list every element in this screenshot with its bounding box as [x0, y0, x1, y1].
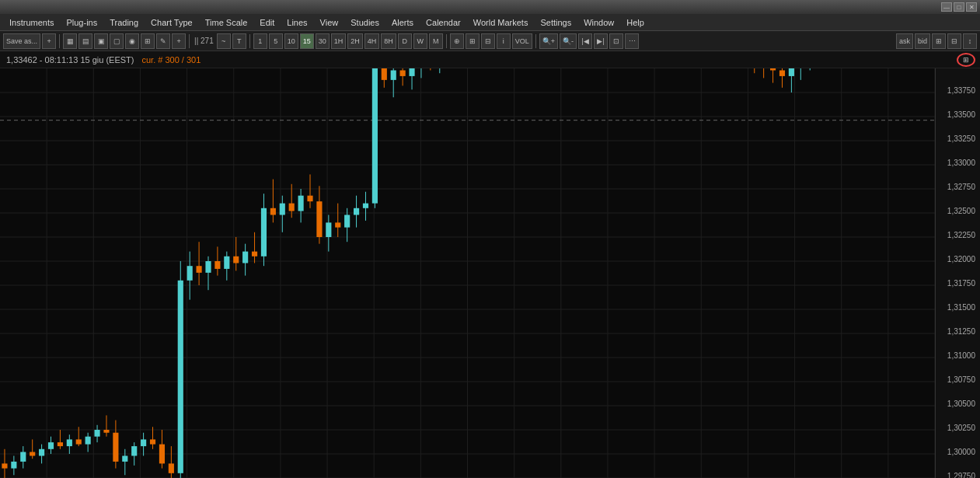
zoom-out[interactable]: ~: [217, 33, 231, 49]
extra-5[interactable]: ↕: [963, 33, 977, 49]
price-axis: 1,337501,335001,332501,330001,327501,325…: [935, 68, 980, 478]
menu-calendar[interactable]: Calendar: [420, 16, 467, 29]
chart-style-candle[interactable]: ▤: [78, 33, 92, 49]
tf-15[interactable]: 15: [300, 33, 314, 49]
extra-4[interactable]: ⊟: [947, 33, 961, 49]
price-label: 1,32750: [936, 183, 978, 191]
price-label: 1,30000: [936, 448, 978, 456]
svg-rect-113: [344, 215, 350, 227]
status-bar: 1,33462 - 08:11:13 15 giu (EEST) cur. # …: [0, 51, 980, 68]
tf-10[interactable]: 10: [284, 33, 298, 49]
minimize-button[interactable]: —: [941, 2, 952, 12]
svg-rect-61: [103, 430, 109, 433]
tf-d[interactable]: D: [398, 33, 412, 49]
menu-window[interactable]: Window: [577, 16, 620, 29]
chart-style-point[interactable]: ◉: [125, 33, 139, 49]
extra-2[interactable]: bid: [915, 33, 930, 49]
svg-rect-115: [354, 208, 359, 215]
vol-button[interactable]: VOL: [512, 33, 532, 49]
svg-rect-93: [252, 252, 257, 256]
price-label: 1,31250: [936, 328, 978, 336]
tf-1[interactable]: 1: [253, 33, 267, 49]
zoom-out-button[interactable]: 🔍-: [560, 33, 577, 49]
tf-8h[interactable]: 8H: [381, 33, 396, 49]
new-chart-button[interactable]: +: [42, 33, 56, 49]
svg-rect-209: [789, 68, 794, 76]
price-label: 1,33750: [936, 87, 978, 95]
menu-help[interactable]: Help: [620, 16, 650, 29]
separator-1: [59, 34, 60, 48]
svg-rect-65: [122, 455, 127, 461]
zoom-in-button[interactable]: 🔍+: [539, 33, 558, 49]
svg-rect-125: [400, 70, 406, 75]
extra-1[interactable]: ask: [896, 33, 913, 49]
svg-rect-51: [58, 442, 63, 446]
price-label: 1,29750: [936, 473, 978, 478]
cursor-tool[interactable]: +: [172, 33, 186, 49]
more-tools[interactable]: ⋯: [625, 33, 639, 49]
separator-2: [189, 34, 190, 48]
drawing-tool[interactable]: ✎: [156, 33, 170, 49]
maximize-button[interactable]: □: [954, 2, 964, 12]
svg-rect-105: [307, 196, 312, 201]
menu-edit[interactable]: Edit: [253, 16, 281, 29]
bar-count: cur. # 300 / 301: [142, 55, 201, 65]
chart-style-area[interactable]: ▢: [110, 33, 124, 49]
tf-5[interactable]: 5: [269, 33, 283, 49]
toolbar: Save as... + ▦ ▤ ▣ ▢ ◉ ⊞ ✎ + || 271 ~ T …: [0, 31, 980, 51]
svg-rect-111: [335, 222, 340, 227]
fit-button[interactable]: ⊡: [609, 33, 623, 49]
menu-instruments[interactable]: Instruments: [3, 16, 60, 29]
svg-rect-69: [141, 439, 146, 446]
menu-settings[interactable]: Settings: [534, 16, 577, 29]
tf-m[interactable]: M: [429, 33, 443, 49]
tf-4h[interactable]: 4H: [364, 33, 380, 49]
expand-button[interactable]: ⊞: [957, 53, 975, 67]
grid-button[interactable]: ⊟: [481, 33, 495, 49]
extra-3[interactable]: ⊞: [932, 33, 946, 49]
menu-world-markets[interactable]: World Markets: [467, 16, 535, 29]
menu-plugins[interactable]: Plug-ins: [60, 16, 103, 29]
svg-rect-39: [2, 463, 7, 468]
svg-rect-59: [94, 430, 99, 437]
crosshair-button[interactable]: ⊕: [450, 33, 464, 49]
menu-alerts[interactable]: Alerts: [385, 16, 420, 29]
svg-rect-117: [363, 204, 368, 208]
menu-chart-type[interactable]: Chart Type: [145, 16, 199, 29]
svg-rect-43: [20, 452, 26, 462]
menu-lines[interactable]: Lines: [281, 16, 313, 29]
info-button[interactable]: i: [497, 33, 511, 49]
svg-rect-109: [326, 222, 331, 237]
svg-rect-57: [85, 437, 91, 445]
svg-rect-127: [409, 68, 414, 76]
svg-rect-89: [233, 256, 239, 263]
menu-time-scale[interactable]: Time Scale: [199, 16, 254, 29]
svg-rect-73: [159, 445, 165, 464]
svg-rect-205: [770, 68, 776, 70]
chart-area[interactable]: 1,337501,335001,332501,330001,327501,325…: [0, 68, 980, 478]
close-button[interactable]: ✕: [966, 2, 977, 12]
chart-canvas[interactable]: [0, 68, 935, 478]
menu-view[interactable]: View: [314, 16, 345, 29]
tf-30[interactable]: 30: [316, 33, 330, 49]
indicator-T[interactable]: T: [232, 33, 246, 49]
separator-3: [249, 34, 250, 48]
chart-style-bar[interactable]: ▦: [63, 33, 77, 49]
magnet-button[interactable]: ⊞: [466, 33, 480, 49]
chart-style-line[interactable]: ▣: [94, 33, 108, 49]
separator-4: [446, 34, 447, 48]
menu-studies[interactable]: Studies: [344, 16, 385, 29]
tf-2h[interactable]: 2H: [347, 33, 363, 49]
price-label: 1,32000: [936, 256, 978, 263]
scroll-right[interactable]: ▶|: [594, 33, 608, 49]
svg-rect-75: [169, 463, 174, 473]
chart-style-hlc[interactable]: ⊞: [141, 33, 155, 49]
svg-rect-55: [76, 439, 82, 444]
tf-1h[interactable]: 1H: [331, 33, 347, 49]
scroll-left[interactable]: |◀: [578, 33, 592, 49]
tf-w[interactable]: W: [413, 33, 427, 49]
svg-rect-119: [372, 68, 378, 204]
menu-trading[interactable]: Trading: [103, 16, 145, 29]
save-button[interactable]: Save as...: [3, 33, 40, 49]
svg-rect-101: [289, 204, 295, 211]
